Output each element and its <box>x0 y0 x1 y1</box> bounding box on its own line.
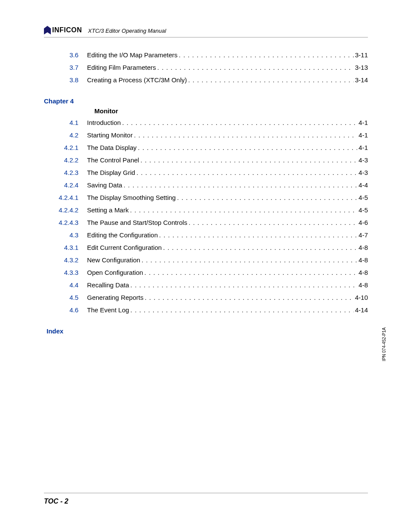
toc-page: 4-5 <box>358 205 368 215</box>
toc-title: The Event Log <box>87 305 129 314</box>
toc-entry[interactable]: 3.6 Editing the I/O Map Parameters 3-11 <box>44 50 368 59</box>
toc-entry[interactable]: 4.3.3 Open Configuration4-8 <box>44 268 368 277</box>
table-of-contents: 3.6 Editing the I/O Map Parameters 3-11 … <box>44 50 368 335</box>
brand-logo-icon <box>44 26 51 34</box>
toc-page: 4-8 <box>358 280 368 289</box>
toc-page: 4-6 <box>358 218 368 227</box>
toc-page: 4-8 <box>358 268 368 277</box>
toc-title: New Configuration <box>87 255 140 264</box>
toc-entry[interactable]: 4.3.2 New Configuration4-8 <box>44 255 368 264</box>
toc-title: The Data Display <box>87 143 137 152</box>
toc-number: 4.3 <box>44 230 87 240</box>
document-title: XTC/3 Editor Operating Manual <box>88 28 166 34</box>
toc-leader-dots <box>130 205 358 215</box>
toc-entry[interactable]: 4.2.1 The Data Display4-1 <box>44 143 368 152</box>
toc-number: 4.3.1 <box>44 243 87 252</box>
toc-number: 3.6 <box>44 50 87 59</box>
toc-leader-dots <box>141 255 357 264</box>
brand-logo: INFICON <box>44 26 82 34</box>
toc-number: 4.3.2 <box>44 255 87 264</box>
toc-leader-dots <box>163 243 357 252</box>
toc-leader-dots <box>157 63 354 72</box>
toc-page: 3-11 <box>355 50 368 59</box>
toc-page: 3-14 <box>355 75 368 84</box>
toc-entry[interactable]: 4.2 Starting Monitor4-1 <box>44 131 368 140</box>
toc-leader-dots <box>189 218 358 227</box>
toc-entry[interactable]: 4.2.4.1 The Display Smoothing Setting4-5 <box>44 193 368 202</box>
toc-page: 4-7 <box>358 230 368 240</box>
toc-leader-dots <box>131 280 358 289</box>
toc-number: 4.1 <box>44 118 87 127</box>
toc-title: Editing the Configuration <box>87 230 158 240</box>
toc-page: 4-3 <box>358 156 368 165</box>
toc-number: 4.2.4.1 <box>44 193 87 202</box>
toc-number: 4.3.3 <box>44 268 87 277</box>
toc-entry[interactable]: 4.2.4.3 The Pause and Start/Stop Control… <box>44 218 368 227</box>
toc-entry[interactable]: 4.6 The Event Log4-14 <box>44 305 368 314</box>
toc-leader-dots <box>188 75 354 84</box>
toc-entry[interactable]: 3.7 Editing Film Parameters 3-13 <box>44 63 368 72</box>
toc-title: Editing Film Parameters <box>87 63 156 72</box>
toc-entry[interactable]: 4.1 Introduction4-1 <box>44 118 368 127</box>
toc-entry[interactable]: 4.4 Recalling Data4-8 <box>44 280 368 289</box>
toc-title: Generating Reports <box>87 293 143 302</box>
toc-title: The Display Grid <box>87 168 135 177</box>
toc-entry[interactable]: 4.3.1 Edit Current Configuration4-8 <box>44 243 368 252</box>
toc-title: Starting Monitor <box>87 131 133 140</box>
toc-leader-dots <box>131 305 354 314</box>
toc-entry[interactable]: 4.3 Editing the Configuration4-7 <box>44 230 368 240</box>
toc-leader-dots <box>138 143 357 152</box>
toc-number: 3.8 <box>44 75 87 84</box>
toc-number: 4.5 <box>44 293 87 302</box>
toc-page: 4-8 <box>358 255 368 264</box>
toc-title: Introduction <box>87 118 121 127</box>
toc-entry[interactable]: 4.2.3 The Display Grid4-3 <box>44 168 368 177</box>
toc-page: 4-3 <box>358 168 368 177</box>
toc-entry[interactable]: 4.2.4.2 Setting a Mark4-5 <box>44 205 368 215</box>
toc-number: 4.2.4.2 <box>44 205 87 215</box>
toc-number: 4.2 <box>44 131 87 140</box>
index-heading[interactable]: Index <box>47 327 368 335</box>
toc-number: 4.2.4 <box>44 180 87 190</box>
toc-title: Creating a Process (XTC/3M Only) <box>87 75 187 84</box>
toc-number: 4.2.3 <box>44 168 87 177</box>
toc-page: 4-10 <box>355 293 368 302</box>
toc-leader-dots <box>177 193 357 202</box>
toc-page: 4-4 <box>358 180 368 190</box>
side-part-number: IPN 074-452-P1A <box>382 327 386 361</box>
page-footer: TOC - 2 <box>44 493 368 505</box>
chapter-heading[interactable]: Chapter 4 <box>44 97 368 105</box>
toc-number: 4.4 <box>44 280 87 289</box>
toc-title: Edit Current Configuration <box>87 243 162 252</box>
toc-page: 4-1 <box>358 131 368 140</box>
toc-leader-dots <box>145 293 354 302</box>
toc-leader-dots <box>140 156 357 165</box>
toc-page: 4-14 <box>355 305 368 314</box>
toc-title: Saving Data <box>87 180 122 190</box>
toc-entry[interactable]: 4.5 Generating Reports4-10 <box>44 293 368 302</box>
toc-title: The Pause and Start/Stop Controls <box>87 218 187 227</box>
toc-leader-dots <box>122 118 357 127</box>
chapter-title: Monitor <box>94 107 368 115</box>
toc-number: 3.7 <box>44 63 87 72</box>
toc-title: Setting a Mark <box>87 205 129 215</box>
toc-number: 4.2.1 <box>44 143 87 152</box>
toc-title: Open Configuration <box>87 268 143 277</box>
toc-title: Recalling Data <box>87 280 129 289</box>
toc-entry[interactable]: 4.2.4 Saving Data4-4 <box>44 180 368 190</box>
toc-number: 4.2.4.3 <box>44 218 87 227</box>
brand-name: INFICON <box>52 26 82 34</box>
toc-leader-dots <box>144 268 357 277</box>
page-header: INFICON XTC/3 Editor Operating Manual <box>44 26 368 37</box>
toc-title: The Display Smoothing Setting <box>87 193 176 202</box>
toc-entry[interactable]: 4.2.2 The Control Panel4-3 <box>44 156 368 165</box>
toc-title: The Control Panel <box>87 156 139 165</box>
toc-leader-dots <box>179 50 354 59</box>
toc-number: 4.2.2 <box>44 156 87 165</box>
toc-title: Editing the I/O Map Parameters <box>87 50 177 59</box>
toc-entry[interactable]: 3.8 Creating a Process (XTC/3M Only) 3-1… <box>44 75 368 84</box>
toc-number: 4.6 <box>44 305 87 314</box>
toc-page: 4-5 <box>358 193 368 202</box>
toc-leader-dots <box>137 168 358 177</box>
toc-leader-dots <box>134 131 357 140</box>
